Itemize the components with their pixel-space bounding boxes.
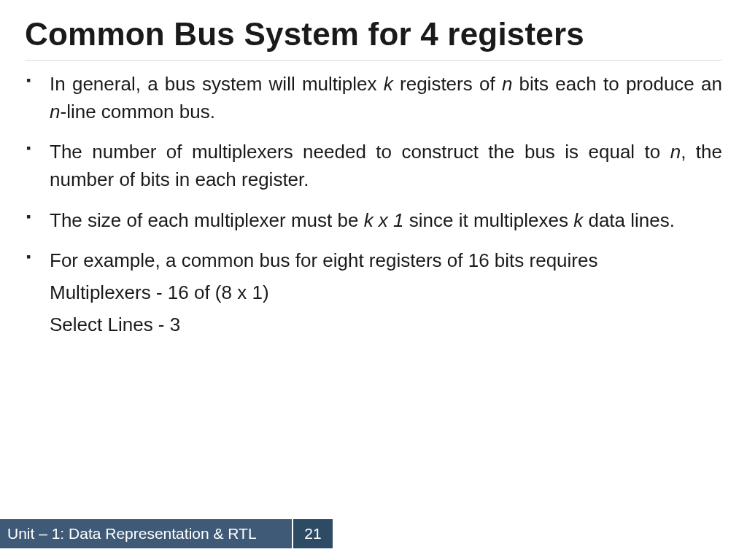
text-segment: For example, a common bus for eight regi… (50, 249, 597, 271)
bullet-item: For example, a common bus for eight regi… (25, 247, 722, 339)
footer-page-number: 21 (292, 519, 333, 548)
slide-footer: Unit – 1: Data Representation & RTL 21 (0, 519, 333, 548)
text-segment: The number of multiplexers needed to con… (50, 141, 670, 163)
text-segment: since it multiplexes (404, 209, 574, 231)
slide-content: In general, a bus system will multiplex … (0, 71, 747, 340)
italic-var: n (50, 101, 60, 122)
text-segment: -line common bus. (60, 101, 214, 122)
title-divider (25, 60, 722, 61)
text-segment: data lines. (583, 209, 675, 231)
sub-line: Multiplexers - 16 of (8 x 1) (50, 278, 722, 307)
text-segment: bits each to produce an (512, 73, 722, 95)
slide-title: Common Bus System for 4 registers (0, 0, 747, 60)
italic-var: n (502, 73, 512, 95)
italic-var: k x 1 (364, 209, 404, 231)
text-segment: registers of (393, 73, 502, 95)
bullet-item: The size of each multiplexer must be k x… (25, 207, 722, 235)
text-segment: The size of each multiplexer must be (50, 209, 364, 231)
bullet-item: The number of multiplexers needed to con… (25, 139, 722, 193)
footer-unit-label: Unit – 1: Data Representation & RTL (0, 519, 292, 548)
sub-line: Select Lines - 3 (50, 310, 722, 339)
bullet-list: In general, a bus system will multiplex … (25, 71, 722, 340)
bullet-item: In general, a bus system will multiplex … (25, 71, 722, 125)
italic-var: k (573, 209, 583, 231)
italic-var: n (670, 141, 681, 163)
text-segment: In general, a bus system will multiplex (50, 73, 384, 95)
italic-var: k (384, 73, 393, 95)
slide: Common Bus System for 4 registers In gen… (0, 0, 747, 560)
